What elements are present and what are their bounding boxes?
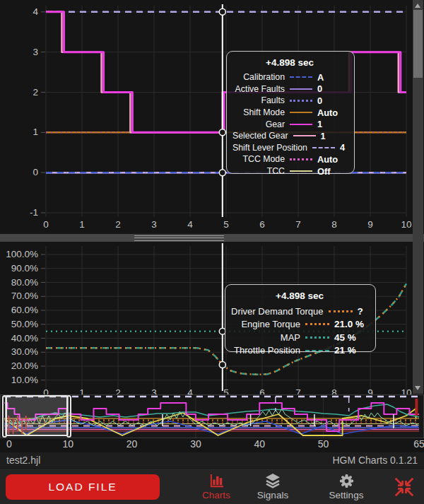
tab-signals[interactable]: Signals [246, 471, 300, 503]
tooltip-signal-label: Calibration [232, 72, 285, 82]
chart1-y-axis-tick: 1 [6, 127, 38, 137]
tooltip-signal-value: 45 % [334, 332, 368, 343]
tooltip-signal-label: Engine Torque [231, 319, 300, 329]
tooltip-row: Selected Gear1 [232, 130, 347, 142]
overview-x-axis-tick: 20 [124, 439, 141, 450]
tooltip-line-sample-icon [290, 124, 312, 125]
chart1-x-axis-tick: 7 [288, 219, 309, 230]
chart2-y-axis-tick: 60.0% [1, 305, 38, 315]
status-bar: test2.hjl HGM Charts 0.1.21 [0, 452, 424, 468]
tooltip-line-sample-icon [290, 158, 312, 160]
load-file-button[interactable]: LOAD FILE [6, 474, 160, 500]
tooltip-line-sample-icon [329, 310, 353, 312]
cursor-marker [219, 170, 225, 176]
scrollbar-thumb[interactable] [413, 10, 423, 78]
tooltip-signal-value: ? [358, 306, 391, 317]
cursor-marker [219, 362, 225, 368]
chart1-y-axis-tick: 0 [6, 167, 38, 177]
brush-handle-left[interactable] [2, 395, 7, 438]
tooltip-signal-value: A [317, 72, 347, 83]
overview-x-axis-tick: 65 [411, 439, 424, 450]
layers-icon [246, 471, 300, 489]
brush-handle-right[interactable] [66, 395, 71, 438]
chart1-y-axis-tick: 2 [6, 87, 38, 98]
chart2-y-axis-tick: 30.0% [1, 346, 38, 357]
tooltip-row: MAP45 % [231, 331, 368, 344]
tooltip-row: Faults0 [232, 95, 347, 107]
tooltip-timestamp: +4.898 sec [232, 57, 347, 68]
tooltip-signal-value: 0 [317, 95, 347, 106]
chart1-cursor-tooltip: +4.898 sec CalibrationAActive Faults0Fau… [226, 51, 355, 174]
tooltip-row: Driver Demand Torque? [231, 305, 368, 318]
chart1-x-axis-tick: 3 [143, 219, 165, 230]
tooltip-row: Gear1 [232, 118, 347, 130]
scrollbar-up-arrow-icon[interactable] [415, 4, 420, 8]
chart2-y-axis-tick: 90.0% [1, 263, 38, 274]
chart2-y-axis-tick: 40.0% [1, 333, 38, 344]
tooltip-row: Engine Torque21.0 % [231, 318, 368, 332]
chart1-x-axis-tick: 4 [179, 219, 201, 230]
vertical-scrollbar[interactable] [413, 0, 423, 394]
tooltip-line-sample-icon [305, 336, 329, 339]
chart1-y-axis-tick: -1 [6, 207, 38, 218]
tooltip-line-sample-icon [290, 170, 312, 172]
tooltip-row: Throttle Position21 % [231, 344, 368, 358]
chart2-x-axis-tick: 3 [143, 387, 165, 394]
tooltip-signal-value: Auto [317, 154, 347, 165]
tooltip-line-sample-icon [290, 76, 312, 78]
tooltip-line-sample-icon [290, 100, 312, 102]
cursor-marker [219, 8, 225, 15]
splitter-drag-handle[interactable] [134, 235, 224, 241]
tooltip-rows: CalibrationAActive Faults0Faults0Shift M… [232, 71, 347, 177]
tooltip-signal-label: Active Faults [232, 84, 285, 94]
app-version: HGM Charts 0.1.21 [332, 455, 418, 466]
chart1-y-axis-tick: 4 [6, 6, 38, 17]
tooltip-row: Shift Lever Position4 [232, 142, 347, 154]
tooltip-signal-label: Shift Lever Position [232, 143, 307, 153]
tooltip-line-sample-icon [293, 135, 316, 136]
chart2-x-axis-tick: 7 [288, 387, 309, 394]
overview-brush[interactable] [5, 395, 69, 436]
tooltip-row: CalibrationA [232, 71, 347, 83]
chart2-x-axis-tick: 6 [252, 387, 273, 394]
tooltip-signal-label: Shift Mode [232, 107, 285, 117]
tab-charts[interactable]: Charts [189, 471, 243, 503]
tooltip-signal-value: 1 [317, 119, 347, 129]
tooltip-line-sample-icon [312, 147, 335, 148]
tooltip-signal-value: 0 [317, 83, 347, 94]
tooltip-signal-label: TCC Mode [232, 154, 285, 164]
tooltip-signal-value: Auto [317, 107, 347, 118]
tooltip-line-sample-icon [290, 88, 312, 90]
overview-x-axis-tick: 30 [187, 439, 204, 450]
chart2-x-axis-tick: 9 [360, 387, 381, 394]
tooltip-rows: Driver Demand Torque?Engine Torque21.0 %… [231, 305, 368, 357]
overview-x-axis-tick: 0 [1, 439, 18, 450]
chart1-x-axis-tick: 5 [216, 219, 237, 230]
tab-settings[interactable]: Settings [319, 471, 373, 503]
overview-minimap[interactable]: 0102030405065 [0, 394, 424, 452]
tab-signals-label: Signals [246, 490, 300, 500]
tooltip-signal-value: 4 [340, 142, 370, 153]
bottom-toolbar: LOAD FILE Charts Signals [0, 468, 424, 504]
tooltip-row: Active Faults0 [232, 83, 347, 95]
gear-icon [319, 471, 373, 489]
tooltip-line-sample-icon [305, 323, 329, 325]
tooltip-signal-value: 21.0 % [334, 319, 368, 329]
chart2-y-axis-tick: 20.0% [1, 361, 38, 371]
collapse-view-icon[interactable] [393, 476, 417, 498]
chart-splitter[interactable] [0, 234, 424, 242]
transmission-chart[interactable]: 43210-1012345678910 [0, 0, 424, 234]
tooltip-row: Shift ModeAuto [232, 107, 347, 119]
chart2-y-axis-tick: 70.0% [1, 291, 38, 301]
scrollbar-down-arrow-icon[interactable] [415, 386, 420, 390]
chart1-x-axis-tick: 6 [252, 219, 273, 230]
tooltip-line-sample-icon [305, 350, 329, 351]
overview-x-axis-tick: 10 [59, 439, 76, 450]
chart2-x-axis-tick: 5 [216, 387, 237, 394]
tooltip-signal-label: MAP [231, 332, 300, 343]
chart1-y-axis-tick: 3 [6, 47, 38, 57]
chart2-y-axis-tick: 80.0% [1, 277, 38, 288]
transmission-chart-canvas [0, 0, 424, 234]
tooltip-signal-label: Throttle Position [231, 345, 300, 356]
tooltip-signal-label: Selected Gear [232, 131, 288, 141]
